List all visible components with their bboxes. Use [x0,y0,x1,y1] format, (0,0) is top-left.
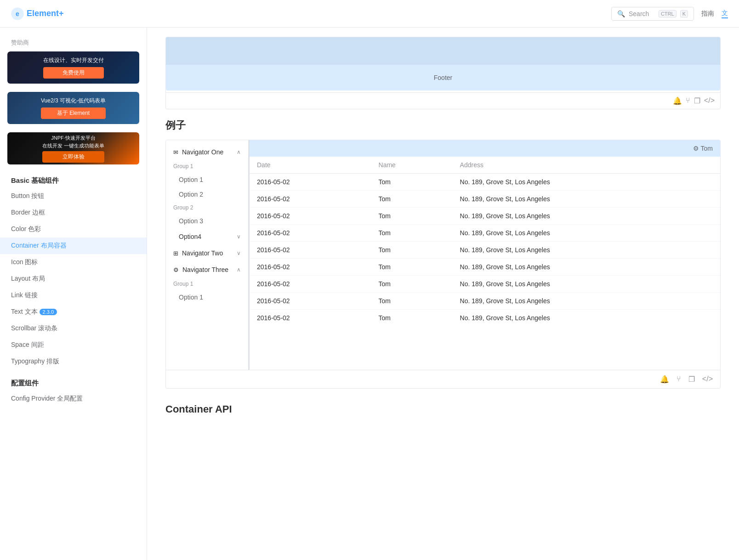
cell-address-6: No. 189, Grove St, Los Angeles [453,276,720,293]
option-1-item[interactable]: Option 1 [166,172,248,187]
table-area: ⚙ Tom Date Name Address [250,140,720,370]
option-3-item[interactable]: Option 3 [166,214,248,228]
page-layout: 赞助商 在线设计、实时开发交付 免费使用 Vue2/3 可视化-低代码表单 基于… [0,0,739,560]
navigator-two-label: Navigator Two [182,249,223,257]
sponsor-3-btn[interactable]: 立即体验 [42,151,104,163]
cell-name-5: Tom [371,259,453,276]
sponsor-2-btn[interactable]: 基于 Element [41,107,106,119]
navigator-three-label-group: ⚙ Navigator Three [173,266,228,273]
table-row: 2016-05-02TomNo. 189, Grove St, Los Ange… [250,242,720,259]
sidebar-item-4[interactable]: Icon 图标 [0,254,147,271]
nav3-option-1-item[interactable]: Option 1 [166,290,248,305]
cell-date-1: 2016-05-02 [250,191,371,208]
cell-name-4: Tom [371,242,453,259]
example-section-title: 例子 [165,119,721,132]
gear-icon: ⚙ [693,145,699,152]
cell-name-8: Tom [371,310,453,327]
table-row: 2016-05-02TomNo. 189, Grove St, Los Ange… [250,191,720,208]
footer-preview-box: Footer 🔔 ⑂ ❐ </> [165,37,721,109]
search-icon: 🔍 [617,10,625,17]
cell-date-2: 2016-05-02 [250,208,371,225]
sponsor-1-text: 在线设计、实时开发交付 [43,57,104,64]
svg-text:e: e [16,10,19,17]
sidebar-item-6[interactable]: Link 链接 [0,287,147,304]
option4-label: Option4 [179,233,201,240]
table-row: 2016-05-02TomNo. 189, Grove St, Los Ange… [250,276,720,293]
logo[interactable]: e Element+ [11,7,64,20]
table-body: 2016-05-02TomNo. 189, Grove St, Los Ange… [250,174,720,327]
sidebar: 赞助商 在线设计、实时开发交付 免费使用 Vue2/3 可视化-低代码表单 基于… [0,28,147,560]
mail-icon: ✉ [173,149,178,156]
code-icon[interactable]: </> [704,96,715,105]
sidebar-item-9[interactable]: Space 间距 [0,337,147,353]
demo-copy-icon[interactable]: ❐ [687,374,697,385]
sponsor-3-text: JNPF·快速开发平台 [42,135,104,141]
kbd-k: K [680,10,688,17]
navigator-one-label: Navigator One [182,148,223,156]
nav-link-guide[interactable]: 指南 [701,10,714,18]
sponsor-3[interactable]: JNPF·快速开发平台 在线开发 一键生成功能表单 立即体验 [7,132,139,168]
navigator-three-group: ⚙ Navigator Three ∧ Group 1 Option 1 [166,261,248,305]
navigator-menu: ✉ Navigator One ∧ Group 1 Option 1 Optio… [166,140,249,370]
chevron-up-icon: ∧ [237,149,241,155]
navigator-three-label: Navigator Three [182,266,228,273]
copy-icon[interactable]: ❐ [694,96,700,105]
gear-label: ⚙ Tom [693,145,713,152]
cell-date-5: 2016-05-02 [250,259,371,276]
option4-item[interactable]: Option4 ∨ [166,228,248,245]
sidebar-item-1[interactable]: Border 边框 [0,204,147,221]
navigator-three-item[interactable]: ⚙ Navigator Three ∧ [166,261,248,278]
cell-address-2: No. 189, Grove St, Los Angeles [453,208,720,225]
navigator-one-item[interactable]: ✉ Navigator One ∧ [166,144,248,160]
bell-icon[interactable]: 🔔 [673,96,682,105]
sponsor-2[interactable]: Vue2/3 可视化-低代码表单 基于 Element [7,92,139,128]
cell-date-0: 2016-05-02 [250,174,371,191]
nav-link-text[interactable]: 文 [722,9,728,18]
cell-date-7: 2016-05-02 [250,293,371,310]
search-bar[interactable]: 🔍 Search CTRL K [611,7,694,21]
cell-name-1: Tom [371,191,453,208]
chevron-down-icon-nav2: ∨ [237,250,241,256]
config-items-container: Config Provider 全局配置 [0,390,147,407]
chevron-down-icon-option4: ∨ [237,233,241,240]
sidebar-item-3[interactable]: Container 布局容器 [0,238,147,254]
table-row: 2016-05-02TomNo. 189, Grove St, Los Ange… [250,310,720,327]
col-name: Name [371,157,453,174]
demo-fork-icon[interactable]: ⑂ [675,374,683,385]
preview-top-area [166,37,720,65]
cell-date-3: 2016-05-02 [250,225,371,242]
sponsor-1-btn[interactable]: 免费使用 [43,67,104,79]
sponsor-2-text: Vue2/3 可视化-低代码表单 [41,97,106,105]
col-date: Date [250,157,371,174]
cell-date-6: 2016-05-02 [250,276,371,293]
logo-icon: e [11,7,24,20]
cell-address-8: No. 189, Grove St, Los Angeles [453,310,720,327]
group-1-title: Group 1 [166,160,248,172]
cell-address-0: No. 189, Grove St, Los Angeles [453,174,720,191]
cell-name-7: Tom [371,293,453,310]
table-row: 2016-05-02TomNo. 189, Grove St, Los Ange… [250,174,720,191]
config-item-0[interactable]: Config Provider 全局配置 [0,390,147,407]
sidebar-item-10[interactable]: Typography 排版 [0,353,147,370]
option-2-item[interactable]: Option 2 [166,187,248,202]
fork-icon[interactable]: ⑂ [686,96,690,105]
demo-container: ✉ Navigator One ∧ Group 1 Option 1 Optio… [165,140,721,389]
sidebar-item-0[interactable]: Button 按钮 [0,188,147,204]
demo-bell-icon[interactable]: 🔔 [658,374,671,385]
sidebar-item-7[interactable]: Text 文本2.3.0 [0,304,147,320]
top-navigation: e Element+ 🔍 Search CTRL K 指南 文 [0,0,739,28]
sidebar-item-2[interactable]: Color 色彩 [0,221,147,238]
sidebar-item-5[interactable]: Layout 布局 [0,271,147,287]
cell-address-7: No. 189, Grove St, Los Angeles [453,293,720,310]
sidebar-item-8[interactable]: Scrollbar 滚动条 [0,320,147,337]
api-section-title: Container API [165,403,721,415]
demo-code-icon[interactable]: </> [700,374,715,385]
sponsor-1[interactable]: 在线设计、实时开发交付 免费使用 [7,51,139,87]
table-row: 2016-05-02TomNo. 189, Grove St, Los Ange… [250,208,720,225]
navigator-two-item[interactable]: ⊞ Navigator Two ∨ [166,245,248,261]
demo-toolbar: 🔔 ⑂ ❐ </> [166,370,720,388]
table-row: 2016-05-02TomNo. 189, Grove St, Los Ange… [250,259,720,276]
cell-address-1: No. 189, Grove St, Los Angeles [453,191,720,208]
table-row: 2016-05-02TomNo. 189, Grove St, Los Ange… [250,225,720,242]
cell-name-6: Tom [371,276,453,293]
